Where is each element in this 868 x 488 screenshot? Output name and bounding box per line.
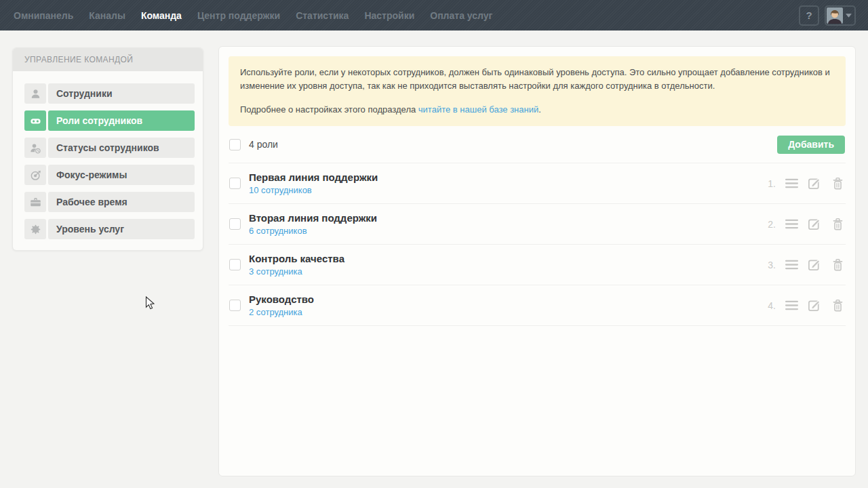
role-checkbox[interactable] [229, 218, 241, 230]
gear-icon [24, 219, 46, 239]
role-checkbox[interactable] [229, 259, 241, 270]
nav-item-channels[interactable]: Каналы [89, 10, 125, 21]
person-icon [24, 83, 46, 104]
role-order-number: 1. [768, 178, 776, 189]
drag-handle-icon[interactable] [785, 298, 799, 312]
role-order-number: 4. [768, 300, 776, 311]
nav-item-billing[interactable]: Оплата услуг [430, 10, 492, 21]
add-role-button[interactable]: Добавить [777, 136, 845, 154]
nav-item-support-center[interactable]: Центр поддержки [197, 10, 280, 21]
role-name[interactable]: Первая линия поддержки [249, 171, 378, 184]
trash-icon[interactable] [831, 217, 845, 231]
sidebar-item-label: Роли сотрудников [48, 110, 195, 131]
role-name[interactable]: Руководство [249, 293, 314, 306]
knowledge-base-link[interactable]: читайте в нашей базе знаний [418, 104, 538, 115]
role-info: Вторая линия поддержки 6 сотрудников [249, 212, 377, 237]
edit-icon[interactable] [808, 298, 822, 312]
chevron-down-icon [843, 14, 854, 18]
role-checkbox[interactable] [229, 300, 241, 311]
role-actions: 2. [768, 217, 845, 231]
role-row: Вторая линия поддержки 6 сотрудников 2. [229, 204, 846, 245]
info-text: Используйте роли, если у некоторых сотру… [240, 66, 834, 93]
trash-icon[interactable] [831, 176, 845, 190]
select-all-checkbox[interactable] [229, 139, 241, 150]
sidebar-item-roles[interactable]: Роли сотрудников [24, 110, 195, 131]
role-name[interactable]: Вторая линия поддержки [249, 212, 377, 224]
roles-panel: Используйте роли, если у некоторых сотру… [218, 46, 856, 476]
info-link-prefix: Подробнее о настройках этого подраздела [240, 104, 418, 115]
nav-item-team[interactable]: Команда [141, 10, 182, 21]
sidebar-item-statuses[interactable]: Статусы сотрудников [24, 138, 195, 158]
sidebar-item-service-level[interactable]: Уровень услуг [24, 219, 195, 239]
person-clock-icon [24, 138, 46, 158]
role-order-number: 2. [768, 219, 776, 230]
nav-item-statistics[interactable]: Статистика [296, 10, 349, 21]
nav-menu: Омнипанель Каналы Команда Центр поддержк… [14, 10, 799, 21]
role-actions: 1. [768, 176, 845, 190]
sidebar-item-label: Статусы сотрудников [48, 138, 195, 158]
sidebar-title: УПРАВЛЕНИЕ КОМАНДОЙ [13, 48, 203, 71]
user-menu-button[interactable] [825, 5, 856, 26]
sidebar-item-focus-modes[interactable]: Фокус-режимы [24, 165, 195, 185]
role-row: Контроль качества 3 сотрудника 3. [229, 245, 846, 285]
sidebar-item-label: Сотрудники [48, 83, 195, 104]
trash-icon[interactable] [831, 298, 845, 312]
role-members-link[interactable]: 2 сотрудника [249, 307, 302, 318]
drag-handle-icon[interactable] [785, 258, 799, 272]
info-more: Подробнее о настройках этого подраздела … [240, 103, 834, 117]
role-actions: 3. [768, 258, 845, 272]
trash-icon[interactable] [831, 258, 845, 272]
edit-icon[interactable] [808, 176, 822, 190]
role-actions: 4. [768, 298, 845, 312]
nav-item-omnipanel[interactable]: Омнипанель [14, 10, 73, 21]
sidebar-item-employees[interactable]: Сотрудники [24, 83, 195, 104]
briefcase-icon [24, 192, 46, 212]
focus-target-icon [24, 165, 46, 185]
role-info: Руководство 2 сотрудника [249, 293, 314, 318]
role-members-link[interactable]: 10 сотрудников [249, 185, 312, 196]
info-link-suffix: . [538, 104, 541, 115]
mouse-cursor [145, 296, 155, 310]
question-mark-icon: ? [806, 9, 812, 21]
edit-icon[interactable] [808, 217, 822, 231]
sidebar-item-label: Фокус-режимы [48, 165, 195, 185]
drag-handle-icon[interactable] [785, 176, 799, 190]
team-management-sidebar: УПРАВЛЕНИЕ КОМАНДОЙ Сотрудники Роли сотр… [12, 47, 203, 251]
avatar [827, 7, 843, 24]
roles-count: 4 роли [249, 139, 278, 150]
sidebar-menu: Сотрудники Роли сотрудников Статусы сотр… [13, 71, 203, 250]
roles-toolbar: 4 роли Добавить [229, 126, 846, 163]
sidebar-item-work-hours[interactable]: Рабочее время [24, 192, 195, 212]
role-info: Первая линия поддержки 10 сотрудников [249, 171, 378, 196]
nav-item-settings[interactable]: Настройки [364, 10, 414, 21]
top-navigation: Омнипанель Каналы Команда Центр поддержк… [0, 0, 868, 30]
role-members-link[interactable]: 3 сотрудника [249, 266, 302, 277]
mask-icon [24, 110, 46, 131]
role-order-number: 3. [768, 260, 776, 270]
drag-handle-icon[interactable] [785, 217, 799, 231]
role-row: Первая линия поддержки 10 сотрудников 1. [229, 163, 846, 204]
sidebar-item-label: Рабочее время [48, 192, 195, 212]
role-info: Контроль качества 3 сотрудника [249, 253, 344, 277]
help-button[interactable]: ? [799, 5, 819, 26]
role-checkbox[interactable] [229, 178, 241, 189]
edit-icon[interactable] [808, 258, 822, 272]
role-members-link[interactable]: 6 сотрудников [249, 226, 307, 237]
info-banner: Используйте роли, если у некоторых сотру… [229, 56, 846, 126]
role-row: Руководство 2 сотрудника 4. [229, 285, 846, 326]
sidebar-item-label: Уровень услуг [48, 219, 195, 239]
nav-right-controls: ? [799, 5, 856, 26]
role-name[interactable]: Контроль качества [249, 253, 344, 265]
